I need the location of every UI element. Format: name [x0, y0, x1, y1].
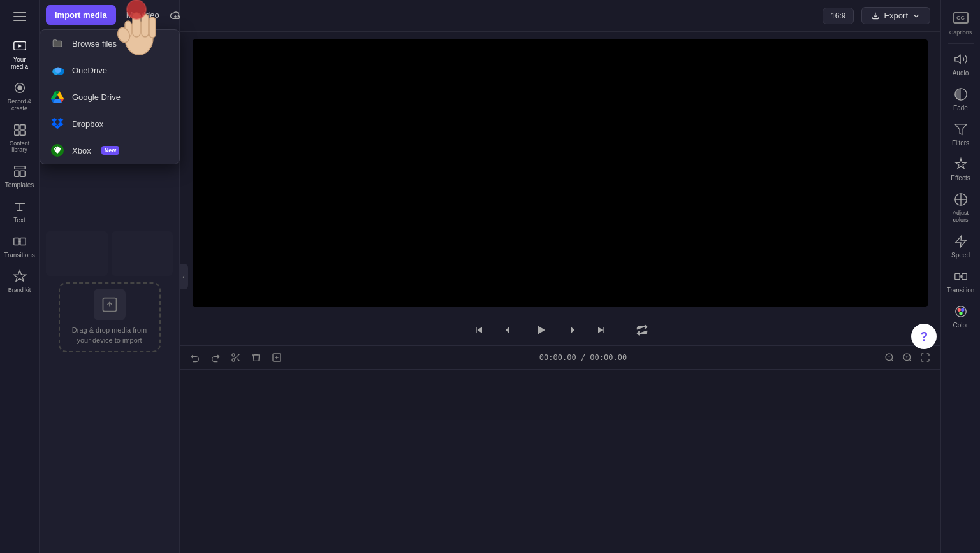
- timeline-bottom-track[interactable]: [180, 420, 940, 471]
- svg-rect-4: [20, 124, 24, 129]
- right-sidebar-item-color[interactable]: Color: [942, 299, 979, 334]
- browse-files-label: Browse files: [72, 39, 117, 48]
- undo-button[interactable]: [187, 350, 203, 365]
- audio-icon: [953, 52, 969, 67]
- xbox-icon: [50, 143, 64, 157]
- sidebar-label-transitions: Transitions: [4, 252, 35, 259]
- dropbox-icon: [50, 117, 64, 131]
- media-grid: [46, 231, 173, 276]
- svg-rect-8: [14, 171, 18, 176]
- right-sidebar-item-adjust-colors[interactable]: Adjustcolors: [942, 187, 979, 229]
- redo-button[interactable]: [208, 350, 223, 365]
- adjust-colors-label: Adjustcolors: [953, 210, 969, 224]
- import-dropdown: Browse files OneDrive: [40, 29, 180, 164]
- right-sidebar-item-captions[interactable]: CC Captions: [942, 5, 979, 41]
- sidebar-label-templates: Templates: [5, 182, 34, 189]
- cloud-upload-icon[interactable]: [170, 6, 181, 25]
- fade-icon: [953, 87, 969, 102]
- media-panel-header: Import media My video: [40, 0, 179, 30]
- sidebar-item-your-media[interactable]: Your media: [1, 33, 38, 75]
- skip-to-end-button[interactable]: [592, 321, 610, 339]
- record-icon: [12, 80, 27, 96]
- speed-label: Speed: [951, 252, 970, 259]
- loop-button[interactable]: [633, 321, 651, 339]
- media-icon: [12, 38, 27, 54]
- delete-button[interactable]: [249, 350, 264, 365]
- svg-point-14: [55, 68, 61, 73]
- dropdown-item-onedrive[interactable]: OneDrive: [40, 57, 179, 83]
- dropbox-label: Dropbox: [72, 119, 103, 129]
- export-button[interactable]: Export: [861, 7, 930, 24]
- help-button[interactable]: ?: [911, 324, 937, 349]
- svg-rect-6: [20, 131, 24, 135]
- dropdown-item-dropbox[interactable]: Dropbox: [40, 110, 179, 137]
- right-sidebar-item-audio[interactable]: Audio: [942, 47, 979, 82]
- hamburger-menu[interactable]: [7, 5, 33, 28]
- audio-label: Audio: [953, 69, 969, 76]
- drag-drop-text: Drag & drop media from your device to im…: [72, 326, 147, 345]
- media-thumbnail[interactable]: [112, 231, 173, 276]
- speed-icon: [953, 234, 969, 249]
- main-panel: Import media My video Browse files: [40, 0, 980, 553]
- text-icon: [12, 199, 27, 214]
- sidebar-divider: [948, 43, 974, 44]
- captions-icon: CC: [953, 10, 969, 25]
- sidebar-item-text[interactable]: Text: [1, 194, 38, 229]
- fit-to-screen-button[interactable]: [918, 350, 933, 365]
- my-video-tab[interactable]: My video: [121, 6, 165, 24]
- dropdown-item-xbox[interactable]: Xbox New: [40, 137, 179, 164]
- new-badge: New: [101, 146, 120, 155]
- panel-collapse-button[interactable]: ‹: [179, 264, 188, 289]
- xbox-label: Xbox: [72, 146, 91, 155]
- sidebar-item-brand-kit[interactable]: Brand kit: [1, 264, 38, 299]
- adjust-colors-icon: [953, 192, 969, 207]
- effects-label: Effects: [951, 175, 970, 182]
- svg-rect-5: [14, 131, 18, 135]
- svg-point-18: [232, 359, 235, 361]
- filters-label: Filters: [952, 140, 969, 147]
- forward-button[interactable]: [562, 321, 580, 339]
- add-track-button[interactable]: [269, 350, 284, 365]
- svg-rect-24: [954, 273, 959, 279]
- templates-icon: [12, 164, 27, 179]
- sidebar-item-templates[interactable]: Templates: [1, 159, 38, 194]
- sidebar-item-transitions[interactable]: Transitions: [1, 229, 38, 264]
- dropdown-item-browse-files[interactable]: Browse files: [40, 30, 179, 57]
- gdrive-icon: [50, 90, 64, 104]
- dropdown-item-google-drive[interactable]: Google Drive: [40, 83, 179, 110]
- sidebar-item-content-library[interactable]: Contentlibrary: [1, 117, 38, 159]
- svg-rect-9: [20, 171, 24, 176]
- fade-label: Fade: [953, 104, 968, 111]
- captions-label: Captions: [949, 29, 972, 36]
- play-button[interactable]: [531, 321, 549, 339]
- right-sidebar-item-fade[interactable]: Fade: [942, 82, 979, 117]
- import-media-button[interactable]: Import media: [46, 5, 116, 25]
- media-thumbnail[interactable]: [46, 231, 108, 276]
- drag-drop-zone[interactable]: Drag & drop media from your device to im…: [59, 282, 161, 352]
- color-icon: [953, 304, 969, 319]
- cut-button[interactable]: [228, 350, 244, 365]
- effects-icon: [953, 157, 969, 172]
- rewind-button[interactable]: [501, 321, 518, 339]
- timeline-area: 00:00.00 / 00:00.00: [180, 345, 940, 471]
- onedrive-label: OneDrive: [72, 66, 107, 75]
- video-preview: [193, 40, 928, 307]
- zoom-out-button[interactable]: [882, 350, 897, 365]
- right-sidebar-item-filters[interactable]: Filters: [942, 117, 979, 152]
- sidebar-item-record[interactable]: Record &create: [1, 75, 38, 117]
- svg-rect-10: [13, 238, 18, 245]
- drag-drop-icon: [94, 289, 126, 320]
- right-sidebar-item-speed[interactable]: Speed: [942, 229, 979, 264]
- aspect-ratio-button[interactable]: 16:9: [823, 8, 854, 24]
- svg-point-17: [232, 354, 235, 356]
- svg-rect-7: [14, 166, 25, 169]
- svg-point-2: [17, 85, 22, 90]
- skip-to-start-button[interactable]: [470, 321, 488, 339]
- center-content: 16:9 Export: [180, 0, 940, 553]
- right-sidebar-item-effects[interactable]: Effects: [942, 152, 979, 187]
- sidebar-label-content-library: Contentlibrary: [10, 140, 30, 154]
- right-sidebar-item-transition[interactable]: Transition: [942, 264, 979, 299]
- timeline-track[interactable]: [180, 370, 940, 420]
- top-bar: 16:9 Export: [180, 0, 940, 32]
- zoom-in-button[interactable]: [900, 350, 915, 365]
